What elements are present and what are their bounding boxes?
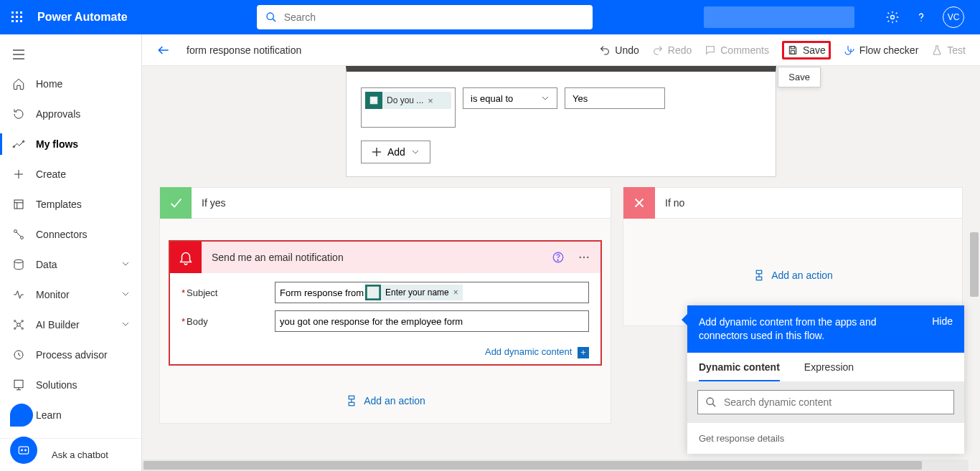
- forms-token[interactable]: Enter your name ×: [365, 285, 463, 300]
- svg-line-32: [16, 322, 17, 323]
- flow-checker-button[interactable]: Flow checker: [844, 44, 918, 56]
- chevron-down-icon: [121, 259, 130, 270]
- horizontal-scrollbar[interactable]: [142, 460, 969, 471]
- svg-point-55: [587, 257, 588, 258]
- flows-icon: [11, 137, 26, 151]
- test-label: Test: [947, 44, 966, 56]
- body-text: you got one response for the employee fo…: [280, 316, 463, 327]
- nav-label: Monitor: [36, 289, 70, 300]
- nav-data[interactable]: Data: [0, 249, 141, 280]
- connectors-icon: [11, 227, 26, 242]
- undo-button[interactable]: Undo: [599, 44, 639, 56]
- comments-button[interactable]: Comments: [705, 44, 769, 56]
- nav-label: Templates: [36, 199, 82, 210]
- svg-rect-4: [16, 16, 18, 18]
- add-condition-button[interactable]: Add: [361, 141, 430, 163]
- remove-token-icon[interactable]: ×: [453, 287, 458, 298]
- svg-rect-2: [20, 11, 22, 14]
- if-no-header[interactable]: If no: [623, 187, 963, 219]
- svg-point-54: [583, 257, 585, 258]
- search-input[interactable]: [284, 11, 584, 23]
- svg-rect-6: [11, 20, 14, 22]
- svg-rect-3: [11, 16, 14, 18]
- hide-panel-button[interactable]: Hide: [932, 315, 953, 343]
- add-action-yes[interactable]: Add an action: [169, 394, 602, 407]
- svg-point-53: [580, 257, 581, 258]
- plus-icon[interactable]: ＋: [578, 347, 589, 358]
- svg-point-52: [557, 260, 558, 260]
- forms-icon: [365, 285, 381, 300]
- condition-card[interactable]: Do you ... × is equal to Add: [346, 66, 776, 177]
- operator-value: is equal to: [471, 93, 513, 104]
- nav-solutions[interactable]: Solutions: [0, 370, 141, 400]
- help-circle-icon[interactable]: [552, 251, 565, 264]
- condition-value-input[interactable]: [565, 87, 665, 109]
- nav-label: Learn: [36, 409, 62, 421]
- save-button[interactable]: Save: [782, 41, 831, 60]
- subject-input[interactable]: Form response from Enter your name ×: [275, 282, 589, 303]
- subject-label: *Subject: [182, 287, 275, 298]
- close-icon: [623, 187, 655, 219]
- token-text: Enter your name: [385, 287, 449, 298]
- global-search[interactable]: [257, 5, 593, 29]
- condition-operator-select[interactable]: is equal to: [463, 87, 557, 109]
- svg-rect-57: [349, 396, 354, 399]
- svg-point-24: [14, 230, 17, 233]
- vertical-scrollbar[interactable]: [969, 66, 980, 460]
- add-dynamic-content-link[interactable]: Add dynamic content: [485, 346, 572, 357]
- svg-point-26: [14, 260, 23, 263]
- tab-dynamic-content[interactable]: Dynamic content: [699, 361, 780, 381]
- callout-pointer: [682, 314, 687, 325]
- dc-message: Add dynamic content from the apps and co…: [699, 315, 914, 343]
- svg-point-41: [22, 449, 23, 451]
- remove-token-icon[interactable]: ×: [428, 95, 433, 106]
- svg-line-10: [273, 19, 275, 22]
- chatbot-launcher[interactable]: [10, 437, 37, 464]
- svg-rect-7: [16, 20, 18, 22]
- body-input[interactable]: you got one response for the employee fo…: [275, 310, 589, 332]
- chat-bubble-icon[interactable]: [10, 404, 33, 427]
- back-button[interactable]: [156, 43, 171, 57]
- nav-process-advisor[interactable]: Process advisor: [0, 340, 141, 370]
- app-name: Power Automate: [37, 11, 128, 24]
- user-avatar[interactable]: VC: [943, 6, 964, 28]
- dc-search[interactable]: [697, 390, 954, 414]
- condition-left-operand[interactable]: Do you ... ×: [361, 87, 456, 128]
- test-button[interactable]: Test: [931, 44, 966, 56]
- add-action-label: Add an action: [771, 270, 833, 281]
- token-text: Do you ...: [387, 95, 423, 105]
- help-icon[interactable]: [914, 10, 928, 24]
- more-icon[interactable]: [578, 251, 590, 264]
- svg-rect-1: [16, 11, 18, 14]
- nav-collapse-button[interactable]: [0, 40, 141, 69]
- nav-create[interactable]: Create: [0, 159, 141, 189]
- nav-approvals[interactable]: Approvals: [0, 99, 141, 129]
- svg-rect-63: [756, 277, 762, 280]
- environment-picker[interactable]: [704, 6, 854, 28]
- add-label: Add: [387, 146, 405, 158]
- redo-button[interactable]: Redo: [652, 44, 692, 56]
- svg-rect-62: [756, 270, 762, 274]
- nav-home[interactable]: Home: [0, 69, 141, 99]
- create-icon: [11, 167, 26, 181]
- chevron-down-icon: [411, 148, 420, 156]
- email-notification-action[interactable]: Send me an email notification *Subject: [169, 240, 602, 366]
- nav-my-flows[interactable]: My flows: [0, 129, 141, 159]
- tab-expression[interactable]: Expression: [804, 361, 854, 381]
- nav-templates[interactable]: Templates: [0, 189, 141, 219]
- nav-connectors[interactable]: Connectors: [0, 219, 141, 249]
- action-card-title: Send me an email notification: [212, 252, 344, 263]
- search-icon: [705, 396, 717, 408]
- svg-point-25: [21, 237, 24, 239]
- settings-icon[interactable]: [885, 10, 900, 24]
- comments-label: Comments: [720, 44, 769, 56]
- svg-rect-44: [791, 46, 794, 48]
- nav-monitor[interactable]: Monitor: [0, 280, 141, 310]
- checkmark-icon: [160, 187, 192, 219]
- nav-ai-builder[interactable]: AI Builder: [0, 310, 141, 340]
- app-launcher-icon[interactable]: [6, 6, 29, 29]
- forms-token[interactable]: Do you ... ×: [365, 92, 451, 109]
- if-yes-header[interactable]: If yes: [159, 187, 611, 219]
- dc-search-input[interactable]: [724, 396, 946, 408]
- add-action-no[interactable]: Add an action: [632, 269, 953, 282]
